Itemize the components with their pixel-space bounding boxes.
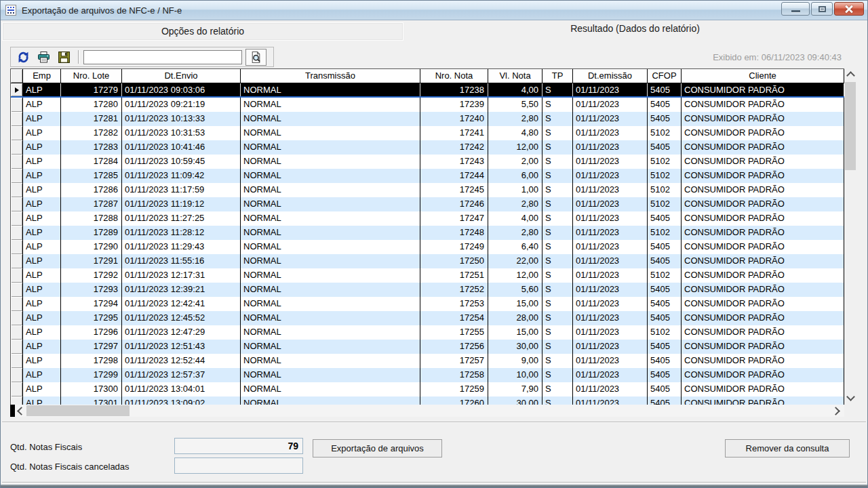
- row-selector[interactable]: [11, 297, 23, 311]
- scroll-right-icon[interactable]: [831, 407, 840, 415]
- tab-bar: Opções do relatório Resultado (Dados do …: [2, 20, 866, 41]
- cell-emp: ALP: [23, 140, 61, 155]
- table-row[interactable]: ALP1730101/11/2023 13:09:02NORMAL1726030…: [11, 396, 844, 405]
- table-row[interactable]: ALP1729001/11/2023 11:29:43NORMAL172496,…: [11, 240, 844, 254]
- row-selector[interactable]: [11, 183, 23, 197]
- column-header-cliente[interactable]: Cliente: [682, 69, 844, 83]
- table-row[interactable]: ALP1730001/11/2023 13:04:01NORMAL172597,…: [11, 382, 844, 396]
- row-selector[interactable]: [11, 83, 23, 96]
- row-selector[interactable]: [11, 140, 23, 155]
- row-selector[interactable]: [11, 311, 23, 325]
- scroll-left-icon[interactable]: [17, 407, 26, 415]
- tab-report-result[interactable]: Resultado (Dados do relatório): [404, 20, 866, 41]
- row-selector[interactable]: [11, 98, 23, 112]
- remove-from-query-button[interactable]: Remover da consulta: [725, 439, 850, 458]
- cell-dt_emissao: 01/11/2023: [573, 254, 648, 268]
- cell-dt_emissao: 01/11/2023: [573, 155, 648, 169]
- table-row[interactable]: ALP1729801/11/2023 12:52:44NORMAL172579,…: [11, 354, 844, 368]
- vertical-scrollbar[interactable]: [844, 68, 856, 404]
- table-row[interactable]: ALP1727901/11/2023 09:03:06NORMAL172384,…: [11, 83, 844, 98]
- table-row[interactable]: ALP1728301/11/2023 10:41:46NORMAL1724212…: [11, 140, 844, 155]
- search-input[interactable]: [83, 50, 242, 64]
- row-selector[interactable]: [11, 240, 23, 254]
- close-button[interactable]: [834, 2, 864, 16]
- table-row[interactable]: ALP1729401/11/2023 12:42:41NORMAL1725315…: [11, 297, 844, 311]
- cell-dt_envio: 01/11/2023 11:28:12: [122, 226, 241, 240]
- column-header-dt_envio[interactable]: Dt.Envio: [122, 69, 241, 83]
- row-selector[interactable]: [11, 211, 23, 226]
- print-icon[interactable]: [37, 51, 50, 64]
- table-row[interactable]: ALP1728101/11/2023 10:13:33NORMAL172402,…: [11, 112, 844, 126]
- cell-transmissao: NORMAL: [241, 340, 420, 354]
- save-icon[interactable]: [58, 51, 71, 64]
- preview-button[interactable]: [245, 49, 267, 66]
- cell-vl_nota: 15,00: [488, 297, 542, 311]
- row-selector[interactable]: [11, 226, 23, 240]
- row-selector[interactable]: [11, 340, 23, 354]
- table-row[interactable]: ALP1728901/11/2023 11:28:12NORMAL172482,…: [11, 226, 844, 240]
- cell-cfop: 5405: [648, 382, 682, 396]
- cell-emp: ALP: [23, 226, 61, 240]
- table-row[interactable]: ALP1728701/11/2023 11:19:12NORMAL172462,…: [11, 197, 844, 211]
- row-selector[interactable]: [11, 325, 23, 340]
- cell-lote: 17301: [61, 396, 122, 405]
- table-row[interactable]: ALP1728501/11/2023 11:09:42NORMAL172446,…: [11, 169, 844, 183]
- column-header-dt_emissao[interactable]: Dt.emissão: [573, 69, 648, 83]
- row-selector[interactable]: [11, 382, 23, 396]
- qtd-notas-input[interactable]: [174, 438, 303, 454]
- column-header-cfop[interactable]: CFOP: [648, 69, 682, 83]
- row-selector[interactable]: [11, 283, 23, 297]
- table-row[interactable]: ALP1728001/11/2023 09:21:19NORMAL172395,…: [11, 98, 844, 112]
- vertical-scrollbar-thumb[interactable]: [845, 82, 856, 170]
- cell-cfop: 5102: [648, 169, 682, 183]
- table-row[interactable]: ALP1729501/11/2023 12:45:52NORMAL1725428…: [11, 311, 844, 325]
- column-header-transmissao[interactable]: Transmissão: [241, 69, 420, 83]
- table-row[interactable]: ALP1729601/11/2023 12:47:29NORMAL1725515…: [11, 325, 844, 340]
- table-row[interactable]: ALP1729301/11/2023 12:39:21NORMAL172525,…: [11, 283, 844, 297]
- toolbar: [10, 47, 274, 67]
- row-selector[interactable]: [11, 354, 23, 368]
- column-header-vl_nota[interactable]: Vl. Nota: [488, 69, 542, 83]
- cell-vl_nota: 12,00: [488, 268, 542, 283]
- table-row[interactable]: ALP1729901/11/2023 12:57:37NORMAL1725810…: [11, 368, 844, 382]
- column-header-nota[interactable]: Nro. Nota: [420, 69, 488, 83]
- refresh-icon[interactable]: [17, 51, 30, 64]
- table-row[interactable]: ALP1729101/11/2023 11:55:16NORMAL1725022…: [11, 254, 844, 268]
- table-row[interactable]: ALP1728801/11/2023 11:27:25NORMAL172474,…: [11, 211, 844, 226]
- row-selector[interactable]: [11, 197, 23, 211]
- table-row[interactable]: ALP1729201/11/2023 12:17:31NORMAL1725112…: [11, 268, 844, 283]
- horizontal-scrollbar[interactable]: [10, 405, 844, 417]
- table-row[interactable]: ALP1728201/11/2023 10:31:53NORMAL172414,…: [11, 126, 844, 140]
- export-files-button[interactable]: Exportação de arquivos: [313, 439, 442, 458]
- table-row[interactable]: ALP1728401/11/2023 10:59:45NORMAL172432,…: [11, 155, 844, 169]
- cell-cliente: CONSUMIDOR PADRÃO: [682, 382, 844, 396]
- titlebar[interactable]: Exportação de arquivos de NFC-e / NF-e: [1, 1, 867, 20]
- row-selector[interactable]: [11, 155, 23, 169]
- column-header-tp[interactable]: TP: [542, 69, 573, 83]
- cell-vl_nota: 5,60: [488, 283, 542, 297]
- tab-report-options[interactable]: Opções do relatório: [2, 22, 403, 41]
- row-selector[interactable]: [11, 268, 23, 283]
- column-header-lote[interactable]: Nro. Lote: [61, 69, 122, 83]
- scroll-down-icon[interactable]: [846, 392, 855, 401]
- maximize-button[interactable]: [811, 2, 833, 16]
- column-header-emp[interactable]: Emp: [23, 69, 61, 83]
- qtd-canceladas-input[interactable]: [174, 458, 303, 474]
- table-row[interactable]: ALP1728601/11/2023 11:17:59NORMAL172451,…: [11, 183, 844, 197]
- cell-cliente: CONSUMIDOR PADRÃO: [682, 240, 844, 254]
- horizontal-scrollbar-thumb[interactable]: [26, 405, 130, 416]
- cell-transmissao: NORMAL: [241, 83, 420, 96]
- minimize-button[interactable]: [781, 2, 810, 16]
- cell-vl_nota: 15,00: [488, 325, 542, 340]
- cell-dt_emissao: 01/11/2023: [573, 197, 648, 211]
- cell-dt_emissao: 01/11/2023: [573, 297, 648, 311]
- row-selector[interactable]: [11, 169, 23, 183]
- cell-emp: ALP: [23, 98, 61, 112]
- row-selector[interactable]: [11, 396, 23, 405]
- scroll-up-icon[interactable]: [846, 71, 855, 80]
- row-selector[interactable]: [11, 368, 23, 382]
- table-row[interactable]: ALP1729701/11/2023 12:51:43NORMAL1725630…: [11, 340, 844, 354]
- row-selector[interactable]: [11, 126, 23, 140]
- row-selector[interactable]: [11, 112, 23, 126]
- row-selector[interactable]: [11, 254, 23, 268]
